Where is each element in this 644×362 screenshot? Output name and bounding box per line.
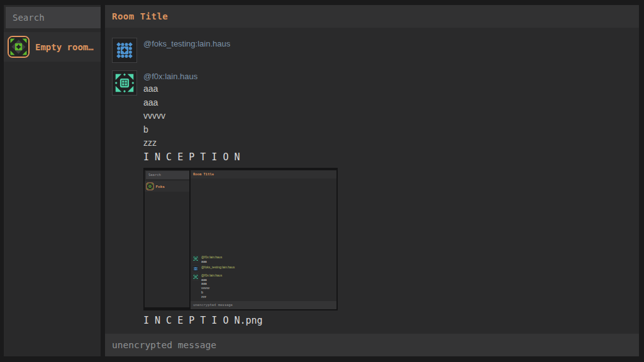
composer-bar — [105, 334, 639, 356]
message-text: zzz — [143, 136, 338, 150]
room-avatar-green-star-identicon — [8, 36, 30, 58]
room-header: Room Title — [105, 5, 639, 28]
preview-room-name-label: Foks — [156, 184, 165, 189]
room-name-label: Empty room… — [35, 42, 94, 52]
message-text: vvvvv — [143, 109, 338, 123]
preview-sidebar: Search Foks — [145, 170, 189, 307]
main-panel: Room Title @foks_testing:lain.haus — [105, 5, 639, 356]
preview-search-input: Search — [146, 171, 189, 179]
preview-message-input: unencrypted message — [191, 301, 336, 309]
message-list: @foks_testing:lain.haus @f0x:lain.haus a… — [105, 28, 639, 334]
preview-main-panel: Room Title — [191, 170, 336, 309]
sender-name: @f0x:lain.haus — [143, 71, 338, 82]
message-text: aaa — [143, 96, 338, 110]
attachment-name-text: I N C E P T I O N — [143, 150, 338, 164]
preview-avatar-teal-grid-identicon — [192, 273, 199, 280]
preview-message-text: aaa — [201, 277, 222, 282]
sender-name: @foks_testing:lain.haus — [143, 38, 230, 50]
preview-sender-name: @foks_testing:lain.haus — [201, 265, 235, 269]
preview-message: @f0x:lain.haus aaa aaa vvvvv b zzz — [192, 273, 336, 299]
preview-message-text: b — [201, 290, 222, 294]
preview-avatar-blue-dots-identicon — [192, 265, 199, 272]
preview-message-list: @f0x:lain.haus aaa — [191, 178, 336, 301]
message: @f0x:lain.haus aaa aaa vvvvv b zzz I N C… — [112, 70, 639, 327]
preview-message-text: aaa — [201, 259, 222, 263]
preview-message: @foks_testing:lain.haus — [192, 265, 336, 272]
app-window: Empty room… Room Title @foks_testing:lai… — [0, 0, 644, 362]
message-text: aaa — [143, 82, 338, 96]
preview-avatar-teal-grid-identicon — [192, 255, 199, 261]
attachment-filename: I N C E P T I O N.png — [143, 314, 338, 327]
message-content: @f0x:lain.haus aaa aaa vvvvv b zzz I N C… — [143, 70, 338, 327]
user-avatar-teal-grid-identicon[interactable] — [112, 70, 137, 96]
message-input[interactable] — [105, 334, 639, 356]
message-text: b — [143, 123, 338, 137]
message: @foks_testing:lain.haus — [112, 38, 639, 63]
app-frame: Empty room… Room Title @foks_testing:lai… — [4, 5, 639, 356]
preview-message-text: zzz — [201, 294, 222, 299]
attached-image-preview[interactable]: Search Foks Room Title — [143, 168, 338, 310]
preview-sender-name: @f0x:lain.haus — [201, 273, 222, 277]
room-list-sidebar: Empty room… — [4, 5, 101, 356]
preview-message-text: aaa — [201, 282, 222, 286]
search-input[interactable] — [6, 7, 101, 28]
preview-room-title: Room Title — [191, 170, 336, 178]
nested-screenshot: Search Foks Room Title — [143, 168, 338, 310]
message-content: @foks_testing:lain.haus — [143, 38, 230, 63]
user-avatar-blue-dots-identicon[interactable] — [112, 38, 137, 63]
preview-sender-name: @f0x:lain.haus — [201, 255, 222, 259]
room-title: Room Title — [112, 11, 168, 21]
preview-message-text: vvvvv — [201, 285, 222, 290]
sidebar-room-item[interactable]: Empty room… — [4, 32, 101, 62]
preview-room-item: Foks — [145, 181, 189, 192]
preview-room-avatar-green-star-identicon — [147, 182, 154, 190]
preview-message: @f0x:lain.haus aaa — [192, 255, 336, 263]
